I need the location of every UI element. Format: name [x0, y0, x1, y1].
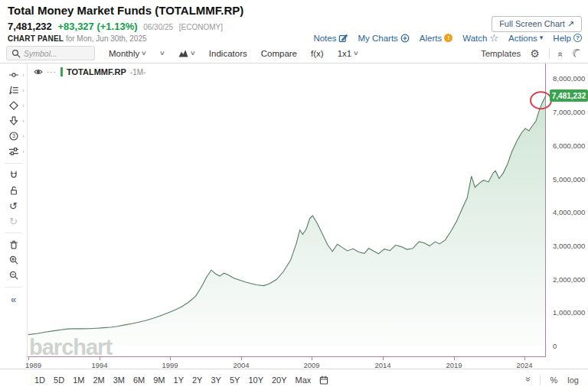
- y-axis-label: 0: [553, 342, 557, 350]
- period-button-20y[interactable]: 20Y: [272, 375, 287, 385]
- price-change: +83,327 (+1.13%): [57, 21, 137, 32]
- period-button-3m[interactable]: 3M: [113, 375, 125, 385]
- period-button-1m[interactable]: 1M: [73, 375, 84, 385]
- magnet-button[interactable]: [0, 167, 27, 183]
- period-button-1y[interactable]: 1Y: [174, 375, 184, 385]
- fx-button[interactable]: f(x): [311, 49, 324, 58]
- period-button-2y[interactable]: 2Y: [192, 375, 202, 385]
- eye-icon[interactable]: [34, 67, 43, 76]
- more-options-icon[interactable]: ···: [47, 68, 57, 76]
- y-axis-label: 4,000,000: [553, 208, 585, 216]
- x-axis-tick: [170, 357, 171, 360]
- redo-icon: ↻: [9, 216, 18, 226]
- symbol-search-input[interactable]: Symbol...: [6, 46, 95, 60]
- period-button-9m[interactable]: 9M: [153, 375, 165, 385]
- header-link-my-charts[interactable]: My Charts: [358, 34, 409, 43]
- period-selector: 1D5D1M2M3M6M9M1Y2Y3Y5Y10Y20YMax: [34, 375, 311, 385]
- collapse-sidebar-button[interactable]: «: [0, 291, 27, 307]
- search-icon: [11, 49, 21, 58]
- x-axis-tick: [241, 357, 242, 360]
- collapse-panel-down-icon[interactable]: «: [522, 378, 533, 382]
- symbol-placeholder: Symbol...: [24, 49, 57, 58]
- cursor-tool-button[interactable]: ›: [0, 67, 27, 83]
- y-axis-label: 1,000,000: [553, 308, 585, 317]
- x-axis-tick: [524, 357, 525, 360]
- undo-button[interactable]: ↺: [0, 198, 27, 213]
- full-screen-chart-button[interactable]: Full Screen Chart ↗: [492, 16, 582, 32]
- sidebar-divider: [5, 287, 22, 288]
- divider: [540, 375, 541, 385]
- header-links: NotesMy ChartsAlerts!Watch☆Actions▾Help?: [313, 33, 582, 43]
- templates-button[interactable]: Templates: [481, 49, 521, 58]
- divider: [549, 48, 550, 59]
- unlock-button[interactable]: [0, 183, 27, 198]
- gear-icon[interactable]: ⚙: [530, 48, 540, 59]
- header-link-actions[interactable]: Actions▾: [508, 34, 543, 43]
- drawing-tools-button[interactable]: ›: [0, 83, 27, 98]
- sliders-tool-icon: [9, 147, 18, 156]
- compare-button[interactable]: Compare: [261, 49, 297, 58]
- quote-category: [ECONOMY]: [179, 23, 223, 31]
- area-chart-icon: [178, 49, 188, 57]
- chevron-down-icon: ∨: [190, 50, 196, 57]
- zoom-out-button[interactable]: [0, 268, 27, 283]
- header-link-alerts[interactable]: Alerts!: [420, 34, 452, 43]
- trash-button[interactable]: [0, 237, 27, 252]
- zoom-in-button[interactable]: [0, 252, 27, 268]
- header-link-help[interactable]: Help?: [553, 34, 582, 43]
- bar-range-dropdown[interactable]: ∨: [160, 50, 165, 57]
- submenu-arrow-icon: ›: [22, 72, 24, 79]
- notes-icon: [338, 34, 348, 43]
- period-button-max[interactable]: Max: [296, 375, 312, 385]
- period-button-2m[interactable]: 2M: [93, 375, 104, 385]
- period-button-10y[interactable]: 10Y: [248, 375, 263, 385]
- cursor-tool-icon: [9, 70, 18, 80]
- series-color-bar: [60, 67, 63, 76]
- submenu-arrow-icon: ›: [22, 102, 24, 109]
- log-scale-toggle[interactable]: log: [567, 375, 579, 385]
- sliders-tool-button[interactable]: ›: [0, 144, 27, 159]
- submenu-arrow-icon: ›: [22, 87, 24, 94]
- toolbar-right: Templates ⚙ « ☾: [481, 47, 582, 59]
- collapse-sidebar-icon: «: [11, 294, 16, 305]
- caret-down-icon: ▾: [540, 34, 544, 41]
- submenu-arrow-icon: ›: [22, 118, 24, 125]
- dark-mode-moon-icon[interactable]: ☾: [570, 46, 584, 61]
- price-axis[interactable]: 8,000,0007,000,0006,000,0005,000,0004,00…: [547, 63, 588, 357]
- period-button-6m[interactable]: 6M: [133, 375, 145, 385]
- chart-type-dropdown[interactable]: ∨: [178, 49, 195, 57]
- indicators-button[interactable]: Indicators: [209, 49, 247, 58]
- period-button-1d[interactable]: 1D: [34, 375, 45, 385]
- x-axis-tick: [454, 357, 455, 360]
- period-button-5d[interactable]: 5D: [54, 375, 64, 385]
- period-button-5y[interactable]: 5Y: [230, 375, 240, 385]
- sidebar-divider: [5, 163, 22, 164]
- footer-toolbar: 1D5D1M2M3M6M9M1Y2Y3Y5Y10Y20YMax « % log: [0, 369, 588, 390]
- arrow-annotation-button[interactable]: ›: [0, 113, 27, 128]
- chart-plot-area[interactable]: [28, 63, 546, 357]
- series-legend: ··· TOTALMMF.RP -1M-: [34, 67, 145, 76]
- drawing-tools-icon: [9, 86, 18, 95]
- submenu-arrow-icon: ›: [22, 148, 24, 155]
- percent-scale-toggle[interactable]: %: [550, 375, 558, 385]
- fibonacci-tool-icon: 3: [9, 132, 18, 141]
- fibonacci-tool-button[interactable]: 3›: [0, 128, 27, 144]
- shapes-tool-button[interactable]: ›: [0, 98, 27, 113]
- alert-badge-icon: !: [444, 34, 452, 42]
- price-area-chart: [28, 63, 546, 357]
- frequency-dropdown[interactable]: Monthly ∨: [109, 49, 146, 58]
- grid-layout-dropdown[interactable]: 1x1 ∨: [338, 49, 358, 58]
- period-button-3y[interactable]: 3Y: [211, 375, 220, 385]
- chevron-down-icon: ∨: [159, 50, 165, 57]
- header-link-watch[interactable]: Watch☆: [462, 33, 498, 43]
- header-link-notes[interactable]: Notes: [313, 34, 348, 43]
- chart-app-window: Total Money Market Funds (TOTALMMF.RP) 7…: [0, 0, 588, 390]
- undo-icon: ↺: [9, 201, 18, 211]
- calendar-icon[interactable]: [319, 375, 328, 385]
- trash-icon: [9, 240, 18, 249]
- redo-button: ↻: [0, 213, 27, 229]
- drawing-tools-sidebar: ››››3››↺↻«: [0, 63, 28, 369]
- collapse-toolbar-icon[interactable]: «: [555, 51, 566, 55]
- sidebar-divider: [5, 232, 22, 233]
- chart-panel-label: CHART PANEL for Mon, Jun 30th, 2025: [8, 34, 147, 43]
